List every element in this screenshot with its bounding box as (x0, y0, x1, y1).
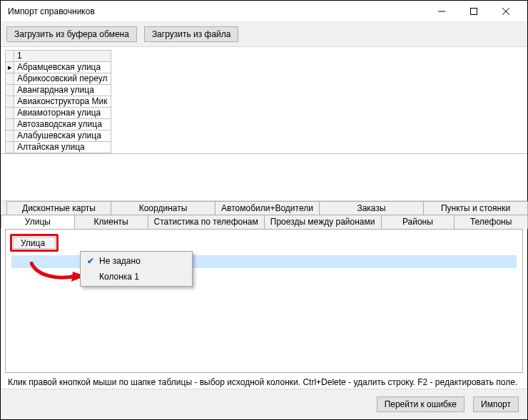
spacer (1, 154, 527, 200)
bottom-bar: Перейти к ошибке Импорт (1, 389, 527, 419)
grid-row-marker (6, 142, 14, 153)
tabs-container: Дисконтные картыКоординатыАвтомобили+Вод… (1, 200, 527, 229)
tab-автомобили-водители[interactable]: Автомобили+Водители (215, 201, 320, 215)
grid-cell[interactable]: Авиаконструктора Мик (14, 96, 111, 108)
grid-row-marker: ▸ (6, 62, 14, 73)
grid-row-marker (6, 73, 14, 85)
titlebar: Импорт справочников (1, 1, 527, 22)
column-source-context-menu: ✔Не заданоКолонка 1 (80, 251, 193, 287)
checkmark-icon: ✔ (82, 256, 99, 266)
hint-text: Клик правой кнопкой мыши по шапке таблиц… (1, 373, 527, 389)
grid-row-marker (6, 96, 14, 108)
context-menu-label: Колонка 1 (99, 272, 139, 282)
tab-дисконтные-карты[interactable]: Дисконтные карты (6, 201, 111, 215)
import-dialog: Импорт справочников Загрузить из буфера … (0, 0, 528, 420)
grid-cell[interactable]: Алабушевская улица (14, 130, 111, 142)
context-menu-item[interactable]: Колонка 1 (82, 269, 191, 285)
grid-col-header[interactable]: 1 (14, 51, 111, 62)
close-button[interactable] (489, 1, 522, 21)
context-menu-item[interactable]: ✔Не задано (82, 253, 191, 269)
grid-cell[interactable]: Авангардная улица (14, 85, 111, 96)
window-controls (425, 1, 522, 21)
grid-cell[interactable]: Абрикосовский переул (14, 73, 111, 85)
grid-cell[interactable]: Алтайская улица (14, 142, 111, 153)
window-title: Импорт справочников (8, 6, 425, 16)
grid-row-marker (6, 85, 14, 96)
tab-клиенты[interactable]: Клиенты (74, 215, 148, 229)
grid-cell[interactable]: Автозаводская улица (14, 119, 111, 130)
tab-проезды-между-районами[interactable]: Проезды между районами (264, 215, 382, 229)
tab-статистика-по-телефонам[interactable]: Статистика по телефонам (148, 215, 265, 229)
column-header-highlight: Улица (10, 234, 59, 252)
grid-corner (6, 51, 14, 62)
tab-пункты-и-стоянки[interactable]: Пункты и стоянки (423, 201, 528, 215)
context-menu-label: Не задано (99, 256, 141, 266)
tab-заказы[interactable]: Заказы (319, 201, 424, 215)
grid-cell[interactable]: Авиамоторная улица (14, 108, 111, 119)
mapping-column-header[interactable]: Улица (13, 237, 56, 249)
maximize-button[interactable] (457, 1, 489, 21)
toolbar: Загрузить из буфера обмена Загрузить из … (1, 22, 527, 47)
grid-row-marker (6, 108, 14, 119)
source-grid[interactable]: 1 ▸Абрамцевская улицаАбрикосовский переу… (5, 50, 111, 153)
grid-row-marker (6, 119, 14, 130)
tab-районы[interactable]: Районы (381, 215, 455, 229)
import-button[interactable]: Импорт (473, 396, 519, 412)
mapping-grid-area: Улица ✔Не заданоКолонка 1 (5, 229, 523, 373)
minimize-button[interactable] (425, 1, 457, 21)
grid-cell[interactable]: Абрамцевская улица (14, 62, 111, 73)
goto-error-button[interactable]: Перейти к ошибке (377, 396, 464, 412)
source-grid-area: 1 ▸Абрамцевская улицаАбрикосовский переу… (1, 47, 527, 154)
grid-row-marker (6, 130, 14, 142)
load-from-clipboard-button[interactable]: Загрузить из буфера обмена (6, 26, 137, 42)
load-from-file-button[interactable]: Загрузить из файла (144, 26, 239, 42)
tab-телефоны[interactable]: Телефоны (454, 215, 528, 229)
tab-улицы[interactable]: Улицы (1, 215, 75, 229)
svg-rect-1 (470, 8, 477, 14)
tab-координаты[interactable]: Координаты (111, 201, 215, 215)
